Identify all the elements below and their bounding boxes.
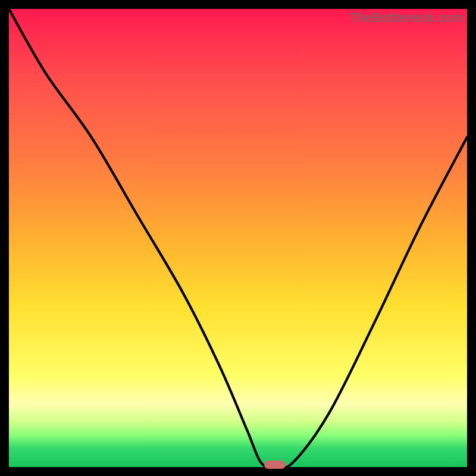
chart-frame: TheBottleneck.com: [0, 0, 476, 476]
curve-path: [9, 9, 467, 467]
plot-area: TheBottleneck.com: [9, 9, 467, 467]
optimum-marker: [264, 461, 286, 469]
bottleneck-curve: [9, 9, 467, 467]
